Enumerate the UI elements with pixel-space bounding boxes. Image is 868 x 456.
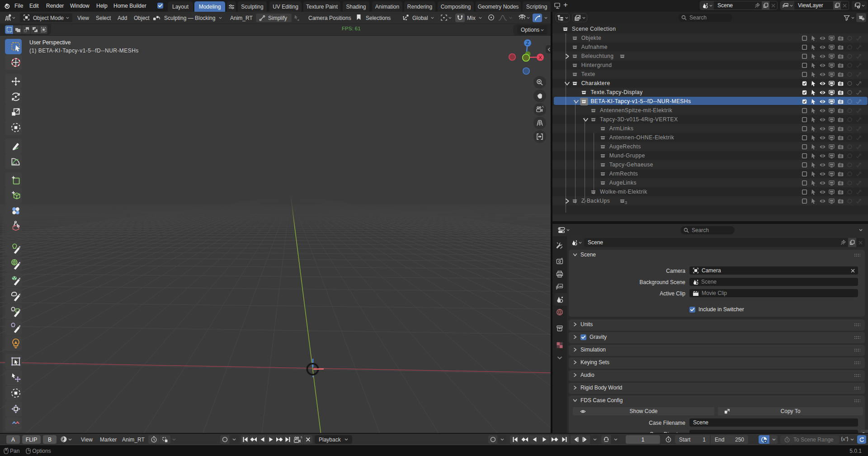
svg-text:Z: Z [526,40,529,46]
svg-text:X: X [538,55,542,60]
svg-text:x: x [843,437,845,442]
